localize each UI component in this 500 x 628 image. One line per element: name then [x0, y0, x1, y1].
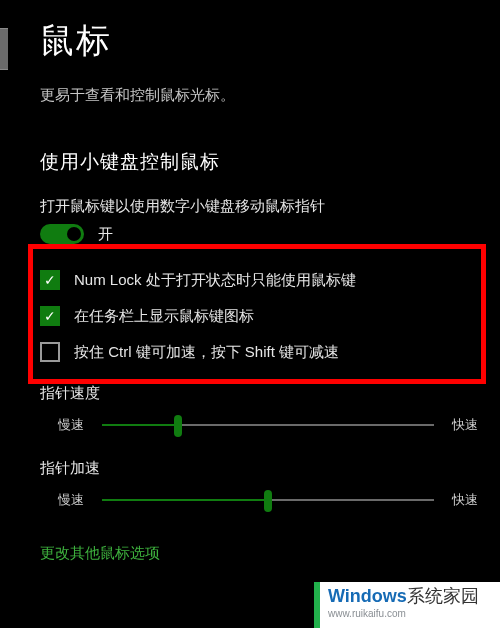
check-icon: ✓: [44, 309, 56, 323]
slider-min-label: 慢速: [54, 416, 88, 434]
toggle-track: [40, 224, 84, 244]
watermark: Windows系统家园 www.ruikaifu.com: [314, 582, 500, 628]
checkbox-label: Num Lock 处于打开状态时只能使用鼠标键: [74, 271, 356, 290]
checkbox-numlock[interactable]: ✓ Num Lock 处于打开状态时只能使用鼠标键: [40, 270, 482, 290]
slider-thumb[interactable]: [174, 415, 182, 437]
page-title: 鼠标: [40, 18, 482, 64]
watermark-brand: Windows系统家园: [320, 582, 500, 608]
slider-track: [102, 413, 434, 437]
watermark-url: www.ruikaifu.com: [320, 608, 500, 619]
slider-max-label: 快速: [448, 491, 482, 509]
pointer-accel-block: 指针加速 慢速 快速: [40, 459, 482, 512]
checkbox-box: [40, 342, 60, 362]
slider-max-label: 快速: [448, 416, 482, 434]
settings-page: 鼠标 更易于查看和控制鼠标光标。 使用小键盘控制鼠标 打开鼠标键以使用数字小键盘…: [40, 18, 482, 563]
checkbox-label: 按住 Ctrl 键可加速，按下 Shift 键可减速: [74, 343, 339, 362]
checkbox-box: ✓: [40, 306, 60, 326]
other-mouse-options-link[interactable]: 更改其他鼠标选项: [40, 544, 482, 563]
slider-min-label: 慢速: [54, 491, 88, 509]
checkbox-taskbar[interactable]: ✓ 在任务栏上显示鼠标键图标: [40, 306, 482, 326]
toggle-state-text: 开: [98, 225, 113, 244]
slider-fill: [102, 499, 268, 501]
pointer-speed-slider[interactable]: 慢速 快速: [40, 413, 482, 437]
slider-track: [102, 488, 434, 512]
slider-thumb[interactable]: [264, 490, 272, 512]
pointer-speed-block: 指针速度 慢速 快速: [40, 384, 482, 437]
page-subtitle: 更易于查看和控制鼠标光标。: [40, 86, 482, 105]
slider-fill: [102, 424, 178, 426]
checkbox-label: 在任务栏上显示鼠标键图标: [74, 307, 254, 326]
checkbox-box: ✓: [40, 270, 60, 290]
pointer-accel-slider[interactable]: 慢速 快速: [40, 488, 482, 512]
check-icon: ✓: [44, 273, 56, 287]
toggle-thumb: [67, 227, 81, 241]
section-heading: 使用小键盘控制鼠标: [40, 149, 482, 175]
watermark-win: indows: [345, 586, 407, 606]
mouse-keys-toggle[interactable]: 开: [40, 224, 482, 244]
watermark-prefix: W: [328, 586, 345, 606]
window-edge: [0, 28, 8, 70]
checkbox-ctrlshift[interactable]: 按住 Ctrl 键可加速，按下 Shift 键可减速: [40, 342, 482, 362]
toggle-label: 打开鼠标键以使用数字小键盘移动鼠标指针: [40, 197, 482, 216]
watermark-suffix: 系统家园: [407, 586, 479, 606]
slider-title: 指针速度: [40, 384, 482, 403]
slider-title: 指针加速: [40, 459, 482, 478]
